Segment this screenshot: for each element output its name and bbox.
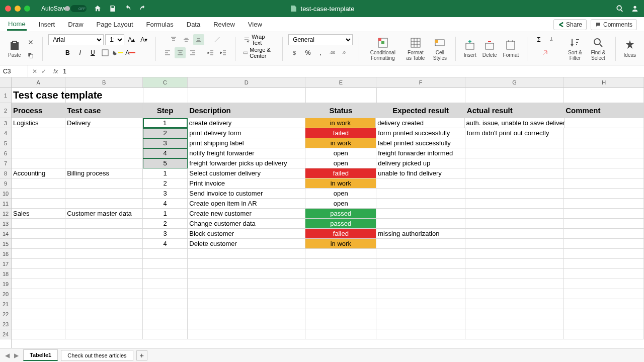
cell[interactable] [65,229,143,239]
cell[interactable] [564,148,644,158]
comments-button[interactable]: Comments [591,19,637,30]
cell[interactable]: 5 [143,158,188,168]
cell[interactable] [305,299,376,309]
cell[interactable] [12,189,65,199]
row-header[interactable]: 11 [0,199,11,209]
cell[interactable] [465,209,564,219]
cell[interactable]: in work [305,138,376,148]
cell-styles-button[interactable]: Cell Styles [431,36,449,62]
cell[interactable] [465,309,564,319]
cell[interactable] [465,168,564,178]
fill-icon[interactable] [546,34,557,45]
cell[interactable] [188,279,305,289]
row-header[interactable]: 13 [0,219,11,229]
cell[interactable]: Actual result [465,103,564,118]
align-center-icon[interactable] [175,47,186,58]
cell[interactable] [12,148,65,158]
tab-draw[interactable]: Draw [67,19,84,30]
cell[interactable] [143,309,188,319]
cell[interactable] [12,309,65,319]
cell[interactable]: Block customer [188,229,305,239]
maximize-window[interactable] [24,6,30,12]
cell[interactable]: Process [12,103,65,118]
cell[interactable]: 2 [143,128,188,138]
find-select-button[interactable]: Find & Select [587,36,609,62]
cell[interactable]: Status [305,103,376,118]
cell[interactable]: Change customer data [188,219,305,229]
cell[interactable] [305,329,376,339]
cell[interactable] [65,289,143,299]
cell[interactable]: freight forwarder informed [376,148,465,158]
cell[interactable]: failed [305,168,376,178]
increase-decimal-icon[interactable]: .00 [328,47,339,58]
cell[interactable] [12,128,65,138]
cell[interactable] [188,88,306,103]
cell[interactable] [305,259,376,269]
cell[interactable] [565,118,645,128]
sheet-tab[interactable]: Check out these articles [61,350,133,361]
cell[interactable]: Sales [12,209,65,219]
cell[interactable] [376,319,465,329]
cell[interactable] [12,329,65,339]
cell[interactable] [465,259,564,269]
cell[interactable]: open [305,199,376,209]
cell[interactable] [564,168,644,178]
cell[interactable]: 2 [143,178,188,189]
orientation-icon[interactable] [211,34,222,45]
cell[interactable] [12,219,65,229]
cell[interactable]: Send invoice to customer [188,189,305,199]
cell[interactable]: Comment [564,103,644,118]
row-header[interactable]: 6 [0,148,11,158]
row-header[interactable]: 20 [0,289,11,299]
cell[interactable]: Accounting [12,168,65,178]
cell[interactable] [65,279,143,289]
cell[interactable]: missing authorization [376,229,465,239]
cell[interactable] [564,249,644,259]
cell[interactable]: passed [305,219,376,229]
cell[interactable] [65,319,143,329]
cell[interactable]: 4 [143,148,188,158]
cell[interactable] [65,239,143,249]
cell[interactable] [143,299,188,309]
search-icon[interactable] [616,5,624,13]
cell[interactable] [65,299,143,309]
cell[interactable]: print shipping label [188,138,305,148]
cell[interactable]: Expected result [376,103,465,118]
cell[interactable] [143,329,188,339]
cell[interactable] [188,259,305,269]
cell[interactable]: in work [305,239,376,249]
cell[interactable] [564,88,644,103]
cell[interactable] [564,239,644,249]
cell[interactable]: delivery picked up [376,158,465,168]
cell[interactable]: failed [305,229,376,239]
cell[interactable] [143,269,188,279]
decrease-indent-icon[interactable] [205,47,216,58]
cell[interactable] [65,249,143,259]
cell[interactable] [188,319,305,329]
share-button[interactable]: Share [553,19,587,30]
tab-home[interactable]: Home [7,18,27,31]
cell[interactable] [564,209,644,219]
cell[interactable] [12,158,65,168]
cell[interactable] [465,279,564,289]
cell[interactable] [143,259,188,269]
undo-icon[interactable] [124,5,132,13]
cell[interactable] [12,199,65,209]
column-header[interactable]: A [12,77,65,87]
spreadsheet-grid[interactable]: 123456789101112131415161718192021222324 … [0,77,644,348]
cell[interactable] [12,259,65,269]
row-header[interactable]: 24 [0,329,11,339]
cell[interactable] [65,128,143,138]
cell[interactable] [564,299,644,309]
currency-icon[interactable]: $ [290,47,301,58]
cell[interactable]: Delete customer [188,239,305,249]
select-all-corner[interactable] [0,77,11,88]
cell[interactable] [465,219,564,229]
cell[interactable] [465,138,564,148]
align-top-icon[interactable] [168,34,179,45]
cell[interactable] [65,259,143,269]
ideas-button[interactable]: Ideas [622,38,638,59]
cell[interactable]: Delivery [65,118,143,128]
home-icon[interactable] [94,5,102,13]
column-header[interactable]: D [188,77,305,87]
